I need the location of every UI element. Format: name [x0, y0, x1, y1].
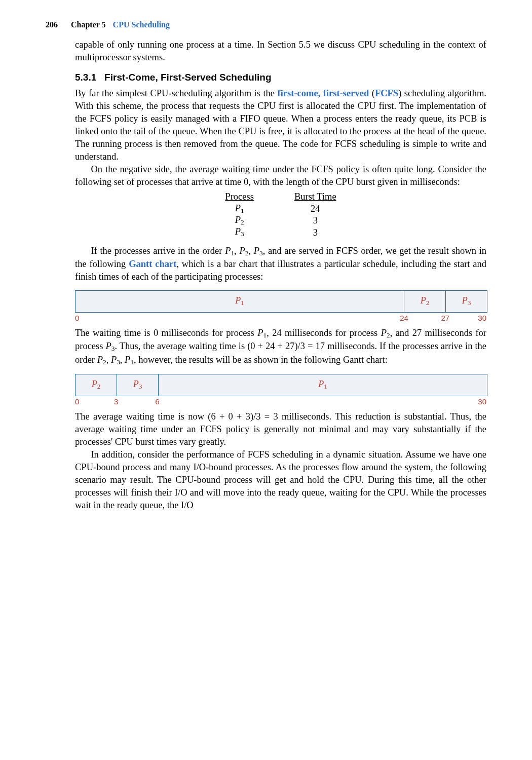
section-number: 5.3.1: [75, 72, 96, 83]
chapter-title: CPU Scheduling: [113, 20, 170, 29]
link-fcfs-long[interactable]: first-come, first-served: [278, 88, 369, 98]
table-row: P1 24: [205, 203, 356, 215]
section-heading: 5.3.1 First-Come, First-Served Schedulin…: [75, 72, 486, 83]
paragraph-5: The average waiting time is now (6 + 0 +…: [75, 410, 486, 448]
process-table: Process Burst Time P1 24 P2 3 P3 3: [205, 192, 356, 239]
page-number: 206: [46, 20, 58, 29]
axis-tick: 30: [478, 314, 486, 322]
table-header-process: Process: [205, 192, 274, 203]
gantt-segment: P2: [75, 374, 117, 396]
axis-tick: 30: [478, 397, 486, 406]
axis-tick: 24: [400, 314, 408, 322]
table-header-burst: Burst Time: [274, 192, 357, 203]
axis-tick: 3: [114, 397, 118, 406]
gantt-segment: P1: [159, 374, 487, 396]
paragraph-4: The waiting time is 0 milliseconds for p…: [75, 327, 486, 367]
link-fcfs-abbr[interactable]: FCFS: [375, 88, 398, 98]
paragraph-1: By far the simplest CPU-scheduling algor…: [75, 87, 486, 163]
axis-tick: 0: [75, 314, 79, 322]
chapter-label: Chapter 5: [71, 20, 106, 29]
paragraph-2: On the negative side, the average waitin…: [75, 163, 486, 188]
paragraph-6: In addition, consider the performance of…: [75, 448, 486, 512]
paragraph-3: If the processes arrive in the order P1,…: [75, 245, 486, 283]
gantt-segment: P3: [117, 374, 159, 396]
page-header: 206 Chapter 5 CPU Scheduling: [46, 20, 486, 29]
axis-tick: 0: [75, 397, 79, 406]
table-row: P2 3: [205, 215, 356, 226]
gantt-chart-2: P2P3P1 03630: [75, 374, 486, 406]
section-title: First-Come, First-Served Scheduling: [104, 72, 271, 83]
table-row: P3 3: [205, 226, 356, 238]
axis-tick: 27: [441, 314, 449, 322]
gantt-segment: P3: [446, 291, 487, 312]
intro-paragraph: capable of only running one process at a…: [75, 39, 486, 64]
gantt-segment: P1: [75, 291, 404, 312]
gantt-segment: P2: [404, 291, 446, 312]
gantt-chart-1: P1P2P3 0242730: [75, 290, 486, 323]
link-gantt-chart[interactable]: Gantt chart: [129, 259, 176, 269]
axis-tick: 6: [155, 397, 159, 406]
